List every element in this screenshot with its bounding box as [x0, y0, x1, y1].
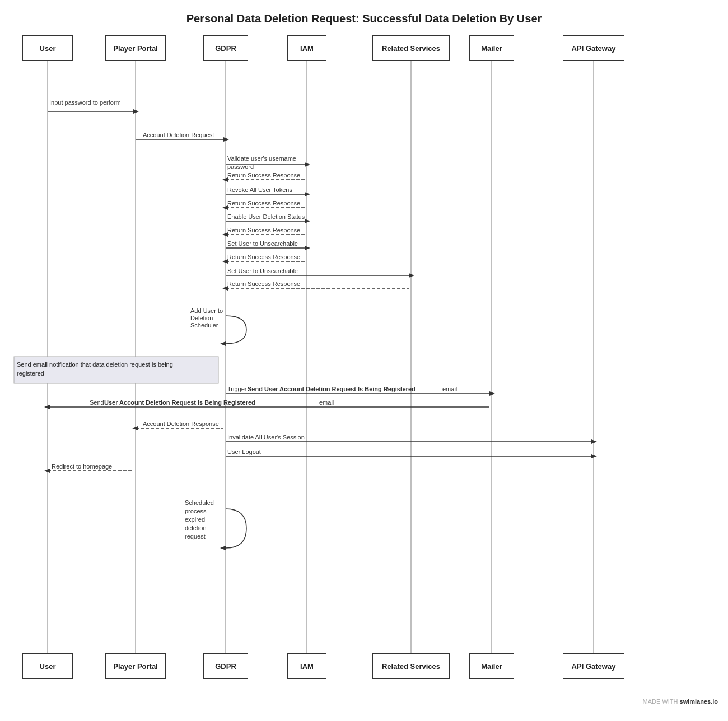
- svg-text:Validate user's username: Validate user's username: [227, 155, 296, 162]
- svg-rect-48: [14, 357, 218, 383]
- svg-marker-18: [222, 177, 228, 182]
- svg-text:process: process: [185, 508, 207, 514]
- svg-marker-57: [44, 405, 50, 409]
- svg-marker-14: [305, 162, 310, 167]
- svg-marker-44: [220, 341, 226, 346]
- svg-text:password: password: [227, 163, 254, 170]
- actor-mailer-top: Mailer: [469, 35, 514, 61]
- svg-text:expired: expired: [185, 516, 205, 523]
- svg-text:Scheduled: Scheduled: [185, 499, 214, 506]
- actor-user-bottom: User: [22, 653, 73, 679]
- actor-player-portal-top: Player Portal: [105, 35, 166, 61]
- svg-text:User Account Deletion Request : User Account Deletion Request Is Being R…: [104, 399, 255, 406]
- svg-text:email: email: [442, 386, 457, 392]
- svg-text:Enable User Deletion Status: Enable User Deletion Status: [227, 213, 305, 220]
- watermark: MADE WITH swimlanes.io: [643, 698, 718, 705]
- svg-text:Return Success Response: Return Success Response: [227, 254, 300, 260]
- svg-text:Send User Account Deletion Req: Send User Account Deletion Request Is Be…: [248, 386, 416, 392]
- page-title: Personal Data Deletion Request: Successf…: [0, 0, 728, 35]
- svg-text:request: request: [185, 533, 206, 540]
- svg-text:Trigger: Trigger: [227, 386, 247, 392]
- svg-text:deletion: deletion: [185, 525, 207, 531]
- svg-marker-52: [489, 391, 495, 396]
- actor-iam-bottom: IAM: [287, 653, 326, 679]
- svg-text:Revoke All User Tokens: Revoke All User Tokens: [227, 186, 292, 193]
- svg-text:Return Success Response: Return Success Response: [227, 172, 300, 179]
- svg-text:Set User to Unsearchable: Set User to Unsearchable: [227, 268, 298, 274]
- svg-marker-8: [133, 109, 139, 114]
- svg-text:Send email notification that d: Send email notification that data deleti…: [17, 361, 173, 368]
- actor-iam-top: IAM: [287, 35, 326, 61]
- actor-api-gateway-bottom: API Gateway: [563, 653, 624, 679]
- svg-text:Return Success Response: Return Success Response: [227, 227, 300, 233]
- svg-marker-42: [222, 286, 228, 291]
- svg-marker-39: [409, 273, 414, 278]
- svg-text:Input password to perform: Input password to perform: [49, 99, 121, 106]
- actor-player-portal-bottom: Player Portal: [105, 653, 166, 679]
- svg-marker-68: [591, 454, 597, 458]
- svg-marker-71: [44, 469, 50, 473]
- svg-text:Scheduler: Scheduler: [190, 322, 218, 329]
- svg-marker-33: [305, 246, 310, 250]
- svg-text:Redirect to homepage: Redirect to homepage: [52, 463, 112, 470]
- svg-text:registered: registered: [17, 370, 44, 377]
- svg-text:email: email: [319, 399, 334, 406]
- svg-text:Send: Send: [90, 399, 104, 406]
- actor-user-top: User: [22, 35, 73, 61]
- actor-mailer-bottom: Mailer: [469, 653, 514, 679]
- svg-marker-21: [305, 192, 310, 196]
- svg-text:Account Deletion Response: Account Deletion Response: [143, 420, 219, 427]
- svg-text:Return Success Response: Return Success Response: [227, 200, 300, 207]
- svg-marker-65: [591, 439, 597, 444]
- svg-text:Invalidate All User's Session: Invalidate All User's Session: [227, 434, 305, 441]
- svg-text:Set User to Unsearchable: Set User to Unsearchable: [227, 240, 298, 247]
- actor-api-gateway-top: API Gateway: [563, 35, 624, 61]
- actor-related-services-bottom: Related Services: [372, 653, 450, 679]
- actor-gdpr-top: GDPR: [203, 35, 248, 61]
- svg-text:User Logout: User Logout: [227, 448, 261, 455]
- svg-marker-24: [222, 205, 228, 210]
- actor-related-services-top: Related Services: [372, 35, 450, 61]
- svg-marker-73: [220, 546, 226, 550]
- svg-marker-27: [305, 219, 310, 223]
- svg-text:Account Deletion Request: Account Deletion Request: [143, 132, 214, 138]
- svg-marker-36: [222, 259, 228, 264]
- svg-text:Deletion: Deletion: [190, 315, 213, 321]
- svg-marker-11: [223, 137, 229, 142]
- svg-text:Add User to: Add User to: [190, 307, 223, 314]
- diagram-container: User Player Portal GDPR IAM Related Serv…: [6, 35, 722, 707]
- svg-marker-30: [222, 232, 228, 237]
- actor-gdpr-bottom: GDPR: [203, 653, 248, 679]
- svg-text:Return Success Response: Return Success Response: [227, 280, 300, 287]
- svg-marker-62: [132, 426, 138, 430]
